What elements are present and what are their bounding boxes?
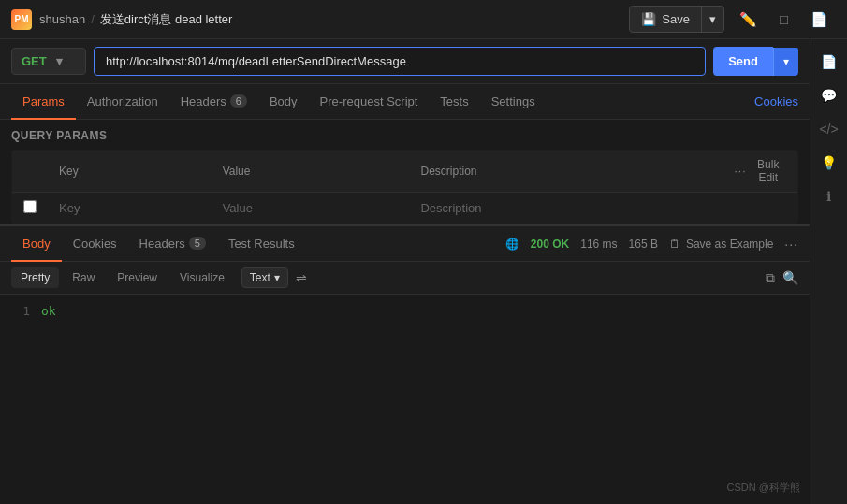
filter-icon-button[interactable]: ⇌ — [296, 270, 307, 285]
params-section: Query Params Key Value Description ··· B… — [0, 120, 810, 224]
col-checkbox — [12, 151, 49, 193]
send-button-group: Send ▾ — [713, 47, 798, 76]
code-area: 1 ok — [0, 295, 810, 504]
line-number-1: 1 — [11, 304, 30, 318]
comment-icon-button[interactable]: □ — [772, 6, 796, 33]
status-code: 200 OK — [531, 238, 569, 251]
sidebar-chat-icon[interactable]: 💬 — [814, 80, 844, 110]
body-tab-visualize[interactable]: Visualize — [170, 267, 234, 288]
save-label: Save — [662, 12, 690, 26]
save-dropdown-button[interactable]: ▾ — [701, 7, 723, 32]
response-size: 165 B — [629, 238, 658, 251]
send-dropdown-button[interactable]: ▾ — [773, 48, 798, 76]
breadcrumb-user: shushan — [39, 12, 85, 26]
params-title: Query Params — [11, 129, 798, 142]
col-description: Description — [409, 151, 723, 193]
dots-icon: ··· — [735, 165, 747, 178]
key-placeholder[interactable]: Key — [48, 193, 212, 224]
tab-settings[interactable]: Settings — [480, 84, 547, 120]
breadcrumb-separator: / — [91, 12, 95, 26]
response-tabs-bar: Body Cookies Headers 5 Test Results 🌐 20… — [0, 226, 810, 262]
body-tab-raw[interactable]: Raw — [63, 267, 104, 288]
watermark: CSDN @科学熊 — [727, 481, 800, 495]
headers-badge: 6 — [230, 94, 247, 108]
body-tab-pretty[interactable]: Pretty — [11, 267, 59, 288]
tab-headers[interactable]: Headers 6 — [169, 84, 258, 120]
app-logo: PM — [11, 9, 32, 30]
cookies-link[interactable]: Cookies — [754, 94, 798, 108]
response-tab-cookies[interactable]: Cookies — [62, 226, 128, 262]
save-button-group: 💾 Save ▾ — [629, 6, 724, 33]
response-tab-test-results[interactable]: Test Results — [217, 226, 306, 262]
row-checkbox[interactable] — [23, 200, 37, 213]
format-select[interactable]: Text ▾ — [241, 267, 288, 288]
main-layout: GET ▾ Send ▾ Params Authorization Header… — [0, 39, 847, 504]
value-placeholder[interactable]: Value — [212, 193, 410, 224]
response-body-tabs: Pretty Raw Preview Visualize Text ▾ ⇌ ⧉ — [0, 262, 810, 295]
col-key: Key — [48, 151, 212, 193]
globe-icon: 🌐 — [505, 238, 519, 251]
format-chevron-icon: ▾ — [274, 271, 280, 284]
line-content-1: ok — [41, 304, 56, 318]
topbar-actions: 💾 Save ▾ ✏️ □ 📄 — [629, 6, 836, 34]
method-chevron-icon: ▾ — [56, 54, 63, 68]
save-button[interactable]: 💾 Save — [630, 7, 701, 32]
sidebar-bulb-icon[interactable]: 💡 — [814, 148, 844, 178]
tab-params[interactable]: Params — [11, 84, 76, 120]
tab-prerequest[interactable]: Pre-request Script — [309, 84, 430, 120]
breadcrumb-current: 发送dirct消息 dead letter — [100, 11, 233, 28]
tab-body[interactable]: Body — [258, 84, 309, 120]
table-row: Key Value Description — [12, 193, 798, 224]
method-select[interactable]: GET ▾ — [11, 48, 86, 75]
format-label: Text — [250, 271, 270, 284]
content-area: GET ▾ Send ▾ Params Authorization Header… — [0, 39, 810, 504]
right-sidebar: 📄 💬 </> 💡 ℹ — [810, 39, 847, 504]
document-icon-button[interactable]: 📄 — [803, 6, 836, 34]
method-label: GET — [22, 54, 47, 68]
tab-authorization[interactable]: Authorization — [76, 84, 169, 120]
response-body-actions: ⧉ 🔍 — [766, 270, 798, 286]
params-table: Key Value Description ··· Bulk Edit — [11, 150, 798, 224]
search-icon-button[interactable]: 🔍 — [782, 270, 798, 285]
response-headers-badge: 5 — [189, 237, 206, 250]
save-as-example-button[interactable]: 🗒 Save as Example — [669, 238, 773, 251]
code-line-1: 1 ok — [11, 304, 798, 318]
sidebar-code-icon[interactable]: </> — [814, 114, 844, 144]
top-bar: PM shushan / 发送dirct消息 dead letter 💾 Sav… — [0, 0, 847, 39]
request-tabs: Params Authorization Headers 6 Body Pre-… — [0, 84, 810, 120]
response-more-button[interactable]: ··· — [784, 237, 798, 252]
logo-icon: PM — [11, 9, 32, 30]
col-value: Value — [212, 151, 410, 193]
desc-placeholder[interactable]: Description — [409, 193, 723, 224]
response-section: Body Cookies Headers 5 Test Results 🌐 20… — [0, 224, 810, 504]
edit-icon-button[interactable]: ✏️ — [732, 6, 765, 34]
copy-icon-button[interactable]: ⧉ — [766, 270, 775, 286]
response-tab-body[interactable]: Body — [11, 226, 62, 262]
body-tab-preview[interactable]: Preview — [108, 267, 167, 288]
response-time: 116 ms — [580, 238, 617, 251]
tab-tests[interactable]: Tests — [429, 84, 479, 120]
breadcrumb: shushan / 发送dirct消息 dead letter — [39, 11, 232, 28]
sidebar-info-icon[interactable]: ℹ — [814, 181, 844, 211]
bulk-edit-button[interactable]: ··· Bulk Edit — [735, 158, 787, 184]
send-button[interactable]: Send — [713, 47, 773, 76]
response-status-area: 🌐 200 OK 116 ms 165 B 🗒 Save as Example … — [505, 237, 798, 252]
url-input[interactable] — [94, 47, 706, 76]
save-example-icon: 🗒 — [669, 238, 680, 251]
col-actions: ··· Bulk Edit — [723, 151, 798, 193]
url-bar: GET ▾ Send ▾ — [0, 39, 810, 84]
save-icon: 💾 — [641, 12, 656, 26]
response-tab-headers[interactable]: Headers 5 — [128, 226, 217, 262]
sidebar-document-icon[interactable]: 📄 — [814, 47, 844, 77]
